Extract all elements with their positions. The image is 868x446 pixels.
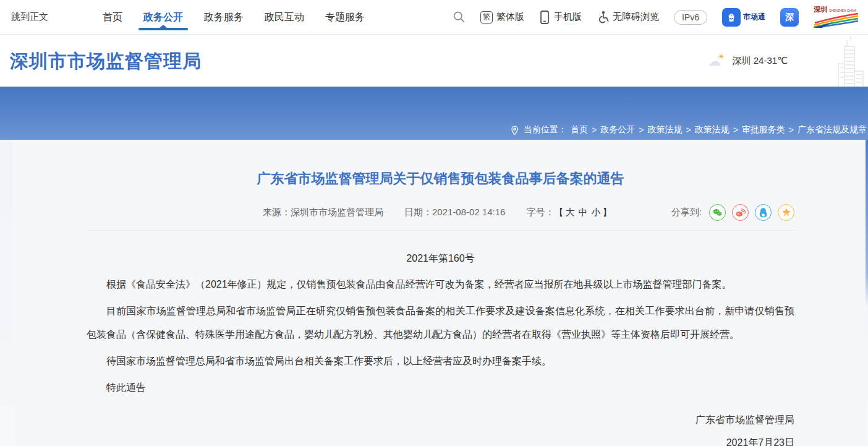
signature-date: 2021年7月23日 (87, 431, 794, 446)
share-wechat-button[interactable] (709, 204, 726, 221)
traditional-chinese-toggle[interactable]: 繁 繁体版 (480, 11, 524, 24)
ipv6-badge[interactable]: IPv6 (674, 10, 707, 25)
site-title[interactable]: 深圳市市场监督管理局 (10, 49, 202, 74)
article-date: 日期：2021-08-02 14:16 (404, 207, 505, 218)
background-sliver (866, 140, 868, 307)
paragraph-1: 根据《食品安全法》（2021年修正）规定，仅销售预包装食品由食品经营许可改为备案… (87, 273, 794, 296)
rainbow-swoosh-icon (814, 13, 859, 28)
article-meta-row: 来源：深圳市市场监督管理局 日期：2021-08-02 14:16 字号：【大中… (87, 203, 794, 221)
meta-divider (87, 230, 794, 231)
font-size-small-button[interactable]: 小 (589, 207, 602, 217)
breadcrumb-approval-services[interactable]: 审批服务类 (742, 124, 785, 135)
mobile-phone-icon (539, 11, 550, 24)
nav-item-government-info[interactable]: 政务公开 (143, 0, 183, 35)
breadcrumb-government-info[interactable]: 政务公开 (600, 124, 635, 135)
article-source: 来源：深圳市市场监督管理局 (263, 207, 383, 218)
breadcrumb: 当前位置： 首页 > 政务公开 > 政策法规 > 政策法规 > 审批服务类 > … (509, 124, 867, 135)
font-size-medium-button[interactable]: 中 (576, 207, 589, 217)
search-button[interactable] (453, 11, 466, 24)
weather-text: 深圳 24-31℃ (733, 55, 788, 67)
nav-item-public-interaction[interactable]: 政民互动 (265, 0, 304, 35)
qq-penguin-icon (759, 207, 768, 218)
font-size-control: 字号：【大中小】 (526, 207, 611, 218)
hero-banner: 当前位置： 首页 > 政务公开 > 政策法规 > 政策法规 > 审批服务类 > … (0, 87, 868, 140)
active-tab-underline (138, 28, 188, 30)
site-header: 深圳市市场监督管理局 ☀☁ 深圳 24-31℃ (0, 35, 868, 87)
signature-block: 广东省市场监督管理局 2021年7月23日 (87, 408, 794, 446)
breadcrumb-policies[interactable]: 政策法规 (647, 124, 682, 135)
weibo-icon (735, 208, 746, 217)
nav-item-special-topics[interactable]: 专题服务 (325, 0, 365, 35)
location-pin-icon (509, 125, 520, 135)
share-qzone-button[interactable] (778, 204, 794, 221)
share-label: 分享到: (671, 207, 702, 218)
document-number: 2021年第160号 (87, 247, 794, 270)
top-tools: 繁 繁体版 手机版 无障碍浏览 IPv6 (453, 6, 868, 28)
breadcrumb-guangdong-regulations[interactable]: 广东省法规及规章 (798, 124, 867, 135)
signature-agency: 广东省市场监督管理局 (87, 408, 794, 431)
partly-cloudy-icon: ☀☁ (709, 54, 725, 67)
i-shenzhen-app-icon[interactable]: 深 (780, 8, 799, 27)
font-size-large-button[interactable]: 大 (563, 207, 576, 217)
main-nav: 首页 政务公开 政务服务 政民互动 专题服务 (103, 0, 386, 35)
qzone-star-icon (781, 207, 791, 217)
paragraph-2: 目前国家市场监督管理总局和省市场监管局正在研究仅销售预包装食品备案的相关工作要求… (87, 299, 794, 346)
article-body: 2021年第160号 根据《食品安全法》（2021年修正）规定，仅销售预包装食品… (87, 247, 794, 446)
search-icon (453, 11, 466, 24)
accessibility-wheelchair-icon (597, 11, 609, 24)
market-app-link[interactable]: 市场通 (722, 8, 765, 27)
paragraph-3: 待国家市场监督管理总局和省市场监管局出台相关备案工作要求后，以上经营者应及时办理… (87, 350, 794, 373)
traditional-chinese-icon: 繁 (480, 11, 493, 24)
breadcrumb-home[interactable]: 首页 (571, 124, 588, 135)
share-toolbar: 分享到: (671, 204, 794, 221)
skip-to-content-link[interactable]: 跳到正文 (11, 11, 48, 23)
article-card: 广东省市场监督管理局关于仅销售预包装食品事后备案的通告 来源：深圳市市场监督管理… (12, 140, 866, 446)
breadcrumb-label: 当前位置： (524, 124, 567, 135)
market-app-icon (722, 8, 741, 27)
paragraph-4: 特此通告 (87, 376, 794, 400)
wechat-icon (712, 208, 723, 217)
nav-item-government-services[interactable]: 政务服务 (204, 0, 244, 35)
top-bar: 跳到正文 首页 政务公开 政务服务 政民互动 专题服务 繁 繁体版 (0, 0, 868, 35)
shenzhen-china-logo[interactable]: 深圳 SHENZHEN CHINA (814, 6, 859, 28)
nav-item-home[interactable]: 首页 (103, 0, 122, 35)
accessibility-link[interactable]: 无障碍浏览 (597, 11, 659, 24)
article-title: 广东省市场监督管理局关于仅销售预包装食品事后备案的通告 (87, 169, 794, 188)
breadcrumb-policies-2[interactable]: 政策法规 (695, 124, 730, 135)
building-sketch-illustration (827, 35, 867, 87)
weather-widget: ☀☁ 深圳 24-31℃ (709, 54, 788, 67)
mobile-version-link[interactable]: 手机版 (539, 11, 582, 24)
share-qq-button[interactable] (755, 204, 772, 221)
share-weibo-button[interactable] (732, 204, 749, 221)
